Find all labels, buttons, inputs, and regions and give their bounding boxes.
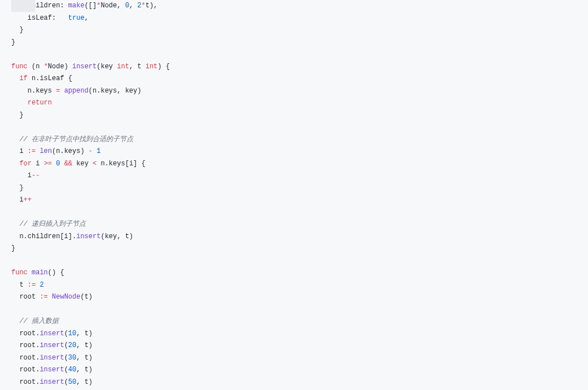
code-line[interactable]: }: [11, 24, 588, 37]
token-kw: func: [11, 269, 28, 277]
code-line[interactable]: root.insert(50, t): [11, 376, 588, 389]
token-ident: }: [11, 38, 15, 46]
code-line[interactable]: isLeaf: true,: [11, 12, 588, 25]
token-num: 20: [68, 341, 76, 349]
token-ident: ,: [129, 2, 137, 10]
token-ident: i: [11, 196, 24, 204]
token-num: 30: [68, 354, 76, 362]
token-ident: , t): [76, 330, 93, 338]
token-ident: (: [64, 378, 68, 386]
token-ident: root.: [11, 330, 40, 338]
token-typ: int: [146, 63, 158, 71]
code-line[interactable]: }: [11, 243, 588, 255]
code-line[interactable]: root.insert(10, t): [11, 328, 588, 340]
code-line[interactable]: root.insert(20, t): [11, 340, 588, 352]
token-ident: (: [64, 330, 68, 338]
token-ident: [11, 135, 19, 143]
token-fn: insert: [40, 378, 64, 386]
token-ident: (key: [96, 63, 117, 71]
token-fn: NewNode: [52, 293, 80, 301]
token-ident: (: [64, 341, 68, 349]
token-cmt: // 递归插入到子节点: [19, 220, 86, 228]
gutter-active-line: [11, 0, 35, 12]
code-line[interactable]: [11, 304, 588, 316]
token-fn: insert: [72, 63, 96, 71]
code-line[interactable]: n.keys = append(n.keys, key): [11, 85, 588, 98]
code-line[interactable]: func (n *Node) insert(key int, t int) {: [11, 61, 588, 73]
code-line[interactable]: }: [11, 109, 588, 122]
token-ident: ,: [85, 14, 89, 22]
code-line[interactable]: // 在非叶子节点中找到合适的子节点: [11, 134, 588, 146]
token-fn: insert: [40, 341, 64, 349]
token-num: 50: [68, 378, 76, 386]
token-ident: , t): [76, 366, 93, 374]
token-ident: (key, t): [100, 233, 133, 240]
token-op: :=: [28, 281, 36, 289]
code-line[interactable]: }: [11, 182, 588, 195]
token-fn: insert: [40, 366, 64, 374]
code-line[interactable]: root.insert(30, t): [11, 352, 588, 365]
token-kw: func: [11, 63, 28, 71]
token-ident: isLeaf:: [11, 14, 68, 22]
code-line[interactable]: return: [11, 97, 588, 109]
token-num: 1: [96, 147, 100, 155]
code-line[interactable]: [11, 255, 588, 268]
token-num: 10: [68, 330, 76, 338]
token-ident: (n.keys, key): [89, 87, 142, 95]
token-ident: root.: [11, 341, 40, 349]
token-ident: }: [11, 184, 24, 192]
token-fn: main: [32, 269, 48, 277]
token-bool: true: [68, 14, 85, 22]
code-line[interactable]: root.insert(40, t): [11, 364, 588, 376]
code-line[interactable]: [11, 121, 588, 134]
token-cmt: // 插入数据: [19, 317, 59, 325]
code-line[interactable]: i++: [11, 194, 588, 207]
token-ident: , t): [76, 341, 93, 349]
token-ident: [11, 220, 19, 228]
token-ident: (n.keys): [52, 147, 89, 155]
token-ident: (t): [80, 293, 93, 301]
code-line[interactable]: root := NewNode(t): [11, 291, 588, 304]
code-line[interactable]: i := len(n.keys) - 1: [11, 146, 588, 158]
token-fn: append: [64, 87, 89, 95]
token-ident: }: [11, 111, 24, 119]
code-line[interactable]: }: [11, 37, 588, 49]
code-line[interactable]: func main() {: [11, 267, 588, 279]
code-line[interactable]: t := 2: [11, 279, 588, 292]
token-ident: [11, 160, 19, 168]
token-num: 0: [125, 2, 129, 10]
token-fn: make: [68, 2, 85, 10]
code-editor[interactable]: children: make([]*Node, 0, 2*t), isLeaf:…: [11, 0, 588, 388]
code-block[interactable]: children: make([]*Node, 0, 2*t), isLeaf:…: [11, 0, 588, 388]
code-line[interactable]: [11, 207, 588, 219]
token-ident: n.children[i].: [11, 233, 76, 240]
code-line[interactable]: [11, 49, 588, 61]
code-line[interactable]: // 递归插入到子节点: [11, 218, 588, 231]
token-op: -: [89, 147, 93, 155]
code-line[interactable]: children: make([]*Node, 0, 2*t),: [11, 0, 588, 12]
token-ident: [28, 269, 32, 277]
token-fn: insert: [40, 354, 64, 362]
code-line[interactable]: i--: [11, 170, 588, 182]
token-ident: ) {: [157, 63, 170, 71]
token-ident: (: [64, 366, 68, 374]
token-ident: (n: [28, 63, 44, 71]
token-ident: Node,: [100, 2, 125, 10]
token-kw: for: [19, 160, 32, 168]
token-ident: }: [11, 26, 24, 34]
token-ident: i: [11, 172, 32, 179]
code-line[interactable]: if n.isLeaf {: [11, 73, 588, 85]
token-ident: [11, 317, 19, 325]
token-ident: i: [11, 147, 28, 155]
token-ident: () {: [48, 269, 64, 277]
code-line[interactable]: for i >= 0 && key < n.keys[i] {: [11, 158, 588, 170]
token-ident: root.: [11, 366, 40, 374]
code-line[interactable]: n.children[i].insert(key, t): [11, 231, 588, 243]
token-fn: len: [40, 147, 52, 155]
code-line[interactable]: // 插入数据: [11, 315, 588, 328]
token-ident: t: [11, 281, 28, 289]
token-ident: n.keys[i] {: [96, 160, 145, 168]
token-ident: n.isLeaf {: [28, 75, 72, 82]
token-ident: Node): [48, 63, 72, 71]
token-ident: root: [11, 293, 40, 301]
